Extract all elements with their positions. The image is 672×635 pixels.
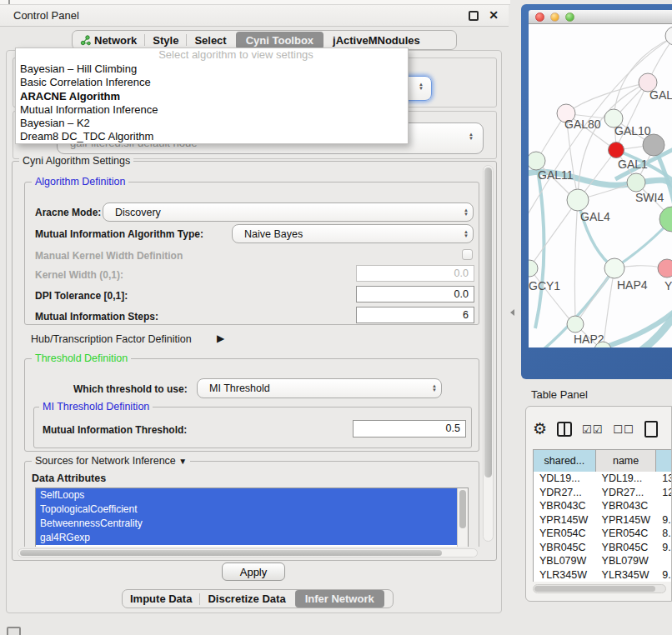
minimize-traffic-light-icon[interactable] bbox=[550, 12, 559, 22]
tab-cyni-toolbox-label: Cyni Toolbox bbox=[246, 34, 313, 47]
table-cell: YBR043C bbox=[534, 499, 596, 513]
list-scrollbar[interactable] bbox=[457, 488, 468, 547]
network-canvas[interactable]: GALGAL80GAL10GAL1GAL11SWI4GAL4GCY1HAP4YH… bbox=[529, 24, 672, 348]
table-cell: YLR345W bbox=[534, 568, 596, 582]
table-cell: YER054C bbox=[534, 527, 596, 541]
tab-impute-data-label: Impute Data bbox=[130, 592, 192, 605]
table-row[interactable]: YBL079WYBL079W bbox=[534, 554, 672, 568]
network-node-top-partial[interactable] bbox=[665, 27, 672, 45]
algorithm-option[interactable]: Mutual Information Inference bbox=[16, 103, 408, 117]
table-row[interactable]: YBR045CYBR045C9. bbox=[534, 541, 672, 555]
mi-threshold-group-title: MI Threshold Definition bbox=[39, 401, 153, 412]
table-horizontal-scrollbar[interactable] bbox=[533, 584, 666, 593]
table-cell: YBL079W bbox=[534, 554, 596, 568]
table-hscrollbar-thumb[interactable] bbox=[534, 586, 655, 592]
network-node-label: HAP4 bbox=[617, 278, 648, 292]
export-table-file-icon[interactable] bbox=[644, 421, 658, 438]
tab-discretize-data[interactable]: Discretize Data bbox=[200, 591, 293, 607]
algorithm-option[interactable]: ARACNE Algorithm bbox=[16, 90, 408, 103]
tab-network[interactable]: Network bbox=[73, 32, 144, 48]
deselect-all-checkboxes-icon[interactable]: ☐☐ bbox=[613, 423, 634, 436]
select-all-checkboxes-icon[interactable]: ☑☑ bbox=[582, 423, 603, 436]
gear-icon[interactable]: ⚙ bbox=[533, 421, 547, 438]
tab-select[interactable]: Select bbox=[187, 32, 233, 48]
tab-impute-data[interactable]: Impute Data bbox=[123, 591, 199, 607]
which-threshold-label: Which threshold to use: bbox=[73, 383, 188, 395]
table-row[interactable]: YDL19...YDL19...13 bbox=[534, 472, 672, 486]
tab-style[interactable]: Style bbox=[145, 32, 186, 48]
network-edge bbox=[535, 161, 544, 328]
tab-jactivemnodules[interactable]: jActiveMNodules bbox=[325, 32, 428, 48]
data-attribute-item[interactable]: BetweennessCentrality bbox=[36, 517, 457, 531]
network-node-gcy1[interactable] bbox=[529, 260, 538, 277]
network-node-gal4[interactable] bbox=[567, 189, 589, 211]
network-node-gray-node[interactable] bbox=[643, 134, 664, 156]
network-node-gal11[interactable] bbox=[529, 152, 545, 170]
table-row[interactable]: YDR27...YDR27...12 bbox=[534, 486, 672, 500]
collapse-triangle-icon[interactable]: ▼ bbox=[178, 457, 187, 466]
control-panel-titlebar: Control Panel ✕ bbox=[0, 5, 509, 27]
mi-threshold-field[interactable]: 0.5 bbox=[353, 420, 466, 438]
table-row[interactable]: YER054CYER054C8. bbox=[534, 527, 672, 541]
settings-vscrollbar-thumb[interactable] bbox=[484, 168, 492, 478]
collapsed-panel-icon[interactable] bbox=[7, 627, 21, 635]
which-threshold-combo[interactable]: MI Threshold ▲▼ bbox=[197, 378, 442, 398]
network-edge bbox=[529, 268, 569, 319]
table-cell: YBR045C bbox=[596, 541, 657, 555]
column-header-shared-name[interactable]: shared... bbox=[534, 450, 596, 472]
algorithm-option[interactable]: Basic Correlation Inference bbox=[16, 76, 408, 89]
algorithm-option[interactable]: Bayesian – K2 bbox=[16, 117, 408, 130]
network-node-hap2[interactable] bbox=[567, 316, 584, 332]
manual-kernel-checkbox[interactable] bbox=[462, 249, 473, 260]
network-view-window: GALGAL80GAL10GAL1GAL11SWI4GAL4GCY1HAP4YH… bbox=[521, 4, 672, 379]
column-header-cut[interactable] bbox=[656, 450, 672, 472]
table-cell: YLR345W bbox=[596, 568, 657, 582]
network-node-red-node[interactable] bbox=[609, 142, 624, 158]
combo-arrows-icon: ▲▼ bbox=[428, 384, 441, 392]
mi-type-label: Mutual Information Algorithm Type: bbox=[35, 228, 203, 240]
network-window-titlebar[interactable] bbox=[529, 10, 672, 24]
tab-cyni-toolbox[interactable]: Cyni Toolbox bbox=[236, 32, 323, 49]
table-row[interactable]: YBR043CYBR043C bbox=[534, 499, 672, 513]
column-header-name[interactable]: name bbox=[595, 450, 656, 472]
network-node-green-right[interactable] bbox=[659, 207, 672, 232]
table-row[interactable]: YPR145WYPR145W9. bbox=[534, 513, 672, 528]
algorithm-option[interactable]: Bayesian – Hill Climbing bbox=[16, 62, 408, 76]
float-window-icon[interactable] bbox=[469, 11, 479, 21]
combo-arrows-icon: ▲▼ bbox=[459, 208, 473, 217]
zoom-traffic-light-icon[interactable] bbox=[565, 12, 574, 22]
mi-steps-field[interactable]: 6 bbox=[356, 307, 474, 323]
close-traffic-light-icon[interactable] bbox=[535, 12, 544, 22]
kernel-width-field[interactable]: 0.0 bbox=[356, 265, 474, 282]
combo-arrows-icon: ▲▼ bbox=[459, 230, 473, 238]
settings-vertical-scrollbar[interactable] bbox=[483, 165, 494, 542]
threshold-definition-group: Threshold Definition Which threshold to … bbox=[24, 358, 479, 452]
aracne-mode-combo[interactable]: Discovery ▲▼ bbox=[103, 202, 474, 222]
tab-infer-network[interactable]: Infer Network bbox=[295, 590, 384, 608]
table-rows-viewport: YDL19...YDL19...13YDR27...YDR27...12YBR0… bbox=[533, 472, 672, 582]
hub-expander-icon[interactable]: ▶ bbox=[217, 332, 224, 344]
dpi-tolerance-field[interactable]: 0.0 bbox=[356, 286, 474, 302]
network-node-label: GAL80 bbox=[564, 118, 601, 131]
table-toolbar: ⚙ ☑☑ ☐☐ bbox=[533, 418, 672, 440]
network-node-hap4[interactable] bbox=[604, 258, 624, 278]
mi-type-combo[interactable]: Naive Bayes ▲▼ bbox=[232, 224, 474, 243]
settings-hscrollbar-thumb[interactable] bbox=[20, 550, 442, 556]
network-node-swi4[interactable] bbox=[627, 173, 645, 192]
network-node-y-cut[interactable] bbox=[658, 259, 672, 278]
settings-horizontal-scrollbar[interactable] bbox=[18, 548, 478, 558]
apply-button[interactable]: Apply bbox=[222, 562, 285, 581]
algorithm-option[interactable]: Dream8 DC_TDC Algorithm bbox=[16, 130, 408, 143]
data-attribute-item[interactable]: SelfLoops bbox=[36, 488, 457, 502]
data-attributes-list: SelfLoopsTopologicalCoefficientBetweenne… bbox=[35, 488, 469, 547]
columns-icon[interactable] bbox=[557, 422, 572, 437]
data-attribute-item[interactable]: TopologicalCoefficient bbox=[36, 502, 457, 517]
table-cell: YDL19... bbox=[534, 472, 596, 486]
hub-definition-label: Hub/Transcription Factor Definition bbox=[31, 333, 192, 345]
table-row[interactable]: YLR345WYLR345W9. bbox=[534, 568, 672, 582]
close-icon[interactable]: ✕ bbox=[489, 8, 499, 22]
data-attribute-item[interactable]: gal4RGexp bbox=[36, 531, 457, 545]
panel-splitter-arrow[interactable] bbox=[510, 309, 514, 316]
table-cell: 9. bbox=[656, 513, 672, 528]
list-scrollbar-thumb[interactable] bbox=[459, 490, 466, 528]
